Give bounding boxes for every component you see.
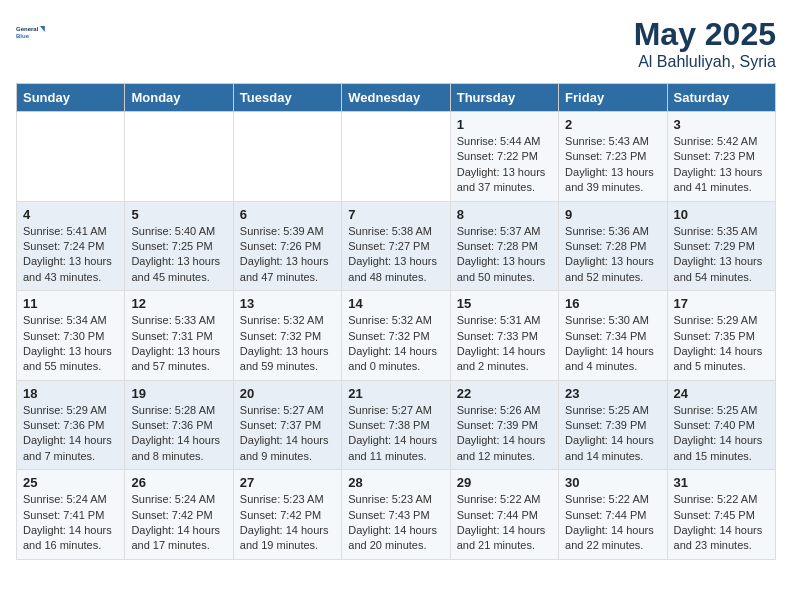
cell-info: Sunrise: 5:24 AM Sunset: 7:42 PM Dayligh… bbox=[131, 492, 226, 554]
day-number: 19 bbox=[131, 386, 226, 401]
logo-icon: GeneralBlue bbox=[16, 16, 48, 48]
day-number: 5 bbox=[131, 207, 226, 222]
calendar-cell: 1Sunrise: 5:44 AM Sunset: 7:22 PM Daylig… bbox=[450, 112, 558, 202]
calendar-cell: 31Sunrise: 5:22 AM Sunset: 7:45 PM Dayli… bbox=[667, 470, 775, 560]
week-row-3: 11Sunrise: 5:34 AM Sunset: 7:30 PM Dayli… bbox=[17, 291, 776, 381]
cell-info: Sunrise: 5:31 AM Sunset: 7:33 PM Dayligh… bbox=[457, 313, 552, 375]
header-saturday: Saturday bbox=[667, 84, 775, 112]
day-number: 28 bbox=[348, 475, 443, 490]
calendar-cell: 23Sunrise: 5:25 AM Sunset: 7:39 PM Dayli… bbox=[559, 380, 667, 470]
day-number: 22 bbox=[457, 386, 552, 401]
cell-info: Sunrise: 5:34 AM Sunset: 7:30 PM Dayligh… bbox=[23, 313, 118, 375]
calendar-cell: 22Sunrise: 5:26 AM Sunset: 7:39 PM Dayli… bbox=[450, 380, 558, 470]
day-number: 4 bbox=[23, 207, 118, 222]
calendar-cell bbox=[233, 112, 341, 202]
cell-info: Sunrise: 5:23 AM Sunset: 7:42 PM Dayligh… bbox=[240, 492, 335, 554]
day-number: 13 bbox=[240, 296, 335, 311]
day-number: 2 bbox=[565, 117, 660, 132]
cell-info: Sunrise: 5:43 AM Sunset: 7:23 PM Dayligh… bbox=[565, 134, 660, 196]
location-title: Al Bahluliyah, Syria bbox=[634, 53, 776, 71]
cell-info: Sunrise: 5:29 AM Sunset: 7:36 PM Dayligh… bbox=[23, 403, 118, 465]
calendar-cell: 9Sunrise: 5:36 AM Sunset: 7:28 PM Daylig… bbox=[559, 201, 667, 291]
cell-info: Sunrise: 5:22 AM Sunset: 7:44 PM Dayligh… bbox=[565, 492, 660, 554]
header-tuesday: Tuesday bbox=[233, 84, 341, 112]
cell-info: Sunrise: 5:22 AM Sunset: 7:45 PM Dayligh… bbox=[674, 492, 769, 554]
cell-info: Sunrise: 5:36 AM Sunset: 7:28 PM Dayligh… bbox=[565, 224, 660, 286]
cell-info: Sunrise: 5:29 AM Sunset: 7:35 PM Dayligh… bbox=[674, 313, 769, 375]
day-number: 1 bbox=[457, 117, 552, 132]
cell-info: Sunrise: 5:32 AM Sunset: 7:32 PM Dayligh… bbox=[240, 313, 335, 375]
day-number: 18 bbox=[23, 386, 118, 401]
calendar-cell: 5Sunrise: 5:40 AM Sunset: 7:25 PM Daylig… bbox=[125, 201, 233, 291]
week-row-5: 25Sunrise: 5:24 AM Sunset: 7:41 PM Dayli… bbox=[17, 470, 776, 560]
calendar-cell: 26Sunrise: 5:24 AM Sunset: 7:42 PM Dayli… bbox=[125, 470, 233, 560]
cell-info: Sunrise: 5:25 AM Sunset: 7:39 PM Dayligh… bbox=[565, 403, 660, 465]
calendar-cell: 2Sunrise: 5:43 AM Sunset: 7:23 PM Daylig… bbox=[559, 112, 667, 202]
day-number: 7 bbox=[348, 207, 443, 222]
header-monday: Monday bbox=[125, 84, 233, 112]
week-row-1: 1Sunrise: 5:44 AM Sunset: 7:22 PM Daylig… bbox=[17, 112, 776, 202]
header-friday: Friday bbox=[559, 84, 667, 112]
calendar-cell bbox=[125, 112, 233, 202]
cell-info: Sunrise: 5:40 AM Sunset: 7:25 PM Dayligh… bbox=[131, 224, 226, 286]
day-number: 16 bbox=[565, 296, 660, 311]
cell-info: Sunrise: 5:42 AM Sunset: 7:23 PM Dayligh… bbox=[674, 134, 769, 196]
calendar-cell: 13Sunrise: 5:32 AM Sunset: 7:32 PM Dayli… bbox=[233, 291, 341, 381]
cell-info: Sunrise: 5:41 AM Sunset: 7:24 PM Dayligh… bbox=[23, 224, 118, 286]
day-number: 3 bbox=[674, 117, 769, 132]
day-number: 29 bbox=[457, 475, 552, 490]
logo: GeneralBlue bbox=[16, 16, 52, 48]
calendar-cell: 7Sunrise: 5:38 AM Sunset: 7:27 PM Daylig… bbox=[342, 201, 450, 291]
calendar-cell: 20Sunrise: 5:27 AM Sunset: 7:37 PM Dayli… bbox=[233, 380, 341, 470]
day-number: 27 bbox=[240, 475, 335, 490]
day-number: 25 bbox=[23, 475, 118, 490]
month-title: May 2025 bbox=[634, 16, 776, 53]
cell-info: Sunrise: 5:23 AM Sunset: 7:43 PM Dayligh… bbox=[348, 492, 443, 554]
cell-info: Sunrise: 5:39 AM Sunset: 7:26 PM Dayligh… bbox=[240, 224, 335, 286]
day-number: 11 bbox=[23, 296, 118, 311]
calendar-cell: 18Sunrise: 5:29 AM Sunset: 7:36 PM Dayli… bbox=[17, 380, 125, 470]
calendar-cell: 8Sunrise: 5:37 AM Sunset: 7:28 PM Daylig… bbox=[450, 201, 558, 291]
page-header: GeneralBlue May 2025 Al Bahluliyah, Syri… bbox=[16, 16, 776, 71]
cell-info: Sunrise: 5:26 AM Sunset: 7:39 PM Dayligh… bbox=[457, 403, 552, 465]
day-number: 17 bbox=[674, 296, 769, 311]
calendar-cell: 6Sunrise: 5:39 AM Sunset: 7:26 PM Daylig… bbox=[233, 201, 341, 291]
calendar-cell: 30Sunrise: 5:22 AM Sunset: 7:44 PM Dayli… bbox=[559, 470, 667, 560]
day-number: 6 bbox=[240, 207, 335, 222]
calendar-cell: 19Sunrise: 5:28 AM Sunset: 7:36 PM Dayli… bbox=[125, 380, 233, 470]
cell-info: Sunrise: 5:22 AM Sunset: 7:44 PM Dayligh… bbox=[457, 492, 552, 554]
cell-info: Sunrise: 5:37 AM Sunset: 7:28 PM Dayligh… bbox=[457, 224, 552, 286]
calendar-cell: 29Sunrise: 5:22 AM Sunset: 7:44 PM Dayli… bbox=[450, 470, 558, 560]
calendar-cell: 27Sunrise: 5:23 AM Sunset: 7:42 PM Dayli… bbox=[233, 470, 341, 560]
day-number: 26 bbox=[131, 475, 226, 490]
day-number: 20 bbox=[240, 386, 335, 401]
cell-info: Sunrise: 5:32 AM Sunset: 7:32 PM Dayligh… bbox=[348, 313, 443, 375]
week-row-2: 4Sunrise: 5:41 AM Sunset: 7:24 PM Daylig… bbox=[17, 201, 776, 291]
calendar-cell: 16Sunrise: 5:30 AM Sunset: 7:34 PM Dayli… bbox=[559, 291, 667, 381]
day-number: 12 bbox=[131, 296, 226, 311]
calendar-cell: 14Sunrise: 5:32 AM Sunset: 7:32 PM Dayli… bbox=[342, 291, 450, 381]
calendar-cell: 24Sunrise: 5:25 AM Sunset: 7:40 PM Dayli… bbox=[667, 380, 775, 470]
title-block: May 2025 Al Bahluliyah, Syria bbox=[634, 16, 776, 71]
cell-info: Sunrise: 5:27 AM Sunset: 7:38 PM Dayligh… bbox=[348, 403, 443, 465]
calendar-cell: 4Sunrise: 5:41 AM Sunset: 7:24 PM Daylig… bbox=[17, 201, 125, 291]
day-number: 23 bbox=[565, 386, 660, 401]
header-sunday: Sunday bbox=[17, 84, 125, 112]
day-number: 21 bbox=[348, 386, 443, 401]
cell-info: Sunrise: 5:33 AM Sunset: 7:31 PM Dayligh… bbox=[131, 313, 226, 375]
cell-info: Sunrise: 5:24 AM Sunset: 7:41 PM Dayligh… bbox=[23, 492, 118, 554]
calendar-cell: 17Sunrise: 5:29 AM Sunset: 7:35 PM Dayli… bbox=[667, 291, 775, 381]
header-thursday: Thursday bbox=[450, 84, 558, 112]
calendar-cell bbox=[17, 112, 125, 202]
calendar-cell: 10Sunrise: 5:35 AM Sunset: 7:29 PM Dayli… bbox=[667, 201, 775, 291]
calendar-table: SundayMondayTuesdayWednesdayThursdayFrid… bbox=[16, 83, 776, 560]
calendar-cell: 21Sunrise: 5:27 AM Sunset: 7:38 PM Dayli… bbox=[342, 380, 450, 470]
svg-text:General: General bbox=[16, 26, 39, 32]
calendar-cell: 28Sunrise: 5:23 AM Sunset: 7:43 PM Dayli… bbox=[342, 470, 450, 560]
day-number: 15 bbox=[457, 296, 552, 311]
cell-info: Sunrise: 5:38 AM Sunset: 7:27 PM Dayligh… bbox=[348, 224, 443, 286]
day-number: 10 bbox=[674, 207, 769, 222]
cell-info: Sunrise: 5:35 AM Sunset: 7:29 PM Dayligh… bbox=[674, 224, 769, 286]
calendar-cell: 15Sunrise: 5:31 AM Sunset: 7:33 PM Dayli… bbox=[450, 291, 558, 381]
calendar-cell: 3Sunrise: 5:42 AM Sunset: 7:23 PM Daylig… bbox=[667, 112, 775, 202]
